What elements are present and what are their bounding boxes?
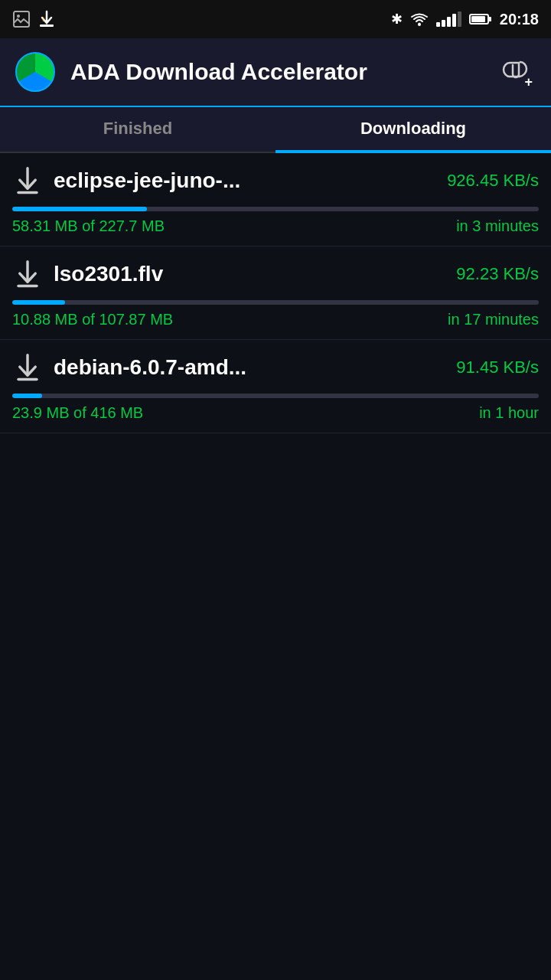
download-speed-2: 92.23 KB/s <box>456 264 539 284</box>
download-list: eclipse-jee-juno-... 926.45 KB/s 58.31 M… <box>0 153 551 433</box>
svg-rect-7 <box>471 16 485 22</box>
svg-rect-9 <box>17 285 37 287</box>
download-item-3-footer: 23.9 MB of 416 MB in 1 hour <box>12 404 539 422</box>
download-item-3[interactable]: debian-6.0.7-amd... 91.45 KB/s 23.9 MB o… <box>0 340 551 433</box>
svg-point-1 <box>17 15 20 18</box>
download-filename-2: lso2301.flv <box>54 262 447 286</box>
plus-icon: + <box>524 74 533 90</box>
download-item-3-header: debian-6.0.7-amd... 91.45 KB/s <box>12 352 539 383</box>
download-arrow-2 <box>12 259 43 289</box>
progress-fill-3 <box>12 394 42 398</box>
download-size-3: 23.9 MB of 416 MB <box>12 404 143 422</box>
download-item-2[interactable]: lso2301.flv 92.23 KB/s 10.88 MB of 107.8… <box>0 247 551 340</box>
download-eta-2: in 17 minutes <box>448 311 539 328</box>
download-item-2-header: lso2301.flv 92.23 KB/s <box>12 259 539 289</box>
gallery-icon <box>12 10 31 28</box>
status-bar: ↕ ✱ 20:18 <box>0 0 551 38</box>
download-item-1-header: eclipse-jee-juno-... 926.45 KB/s <box>12 165 539 196</box>
signal-bars <box>436 11 461 27</box>
svg-point-4 <box>418 23 421 26</box>
svg-rect-8 <box>17 191 37 194</box>
status-time: 20:18 <box>500 11 539 28</box>
progress-fill-1 <box>12 207 147 211</box>
tab-bar: Finished Downloading <box>0 107 551 153</box>
download-item-1-footer: 58.31 MB of 227.7 MB in 3 minutes <box>12 217 539 235</box>
download-filename-1: eclipse-jee-juno-... <box>54 168 438 193</box>
app-title: ADA Download Accelerator <box>70 59 496 85</box>
app-bar: ADA Download Accelerator + <box>0 38 551 107</box>
download-item-2-footer: 10.88 MB of 107.87 MB in 17 minutes <box>12 311 539 328</box>
download-speed-3: 91.45 KB/s <box>456 358 539 377</box>
download-speed-1: 926.45 KB/s <box>447 171 539 191</box>
download-arrow-3 <box>12 352 43 383</box>
tab-finished[interactable]: Finished <box>0 107 276 152</box>
download-eta-1: in 3 minutes <box>456 217 539 235</box>
download-size-1: 58.31 MB of 227.7 MB <box>12 217 165 235</box>
download-eta-3: in 1 hour <box>479 404 539 422</box>
app-logo <box>15 52 55 92</box>
wifi-icon <box>410 11 429 27</box>
download-item-1[interactable]: eclipse-jee-juno-... 926.45 KB/s 58.31 M… <box>0 153 551 247</box>
svg-rect-6 <box>488 17 491 21</box>
bluetooth-icon: ✱ <box>391 11 403 28</box>
status-bar-right: ✱ 20:18 <box>391 11 539 28</box>
svg-rect-10 <box>17 378 37 381</box>
progress-bar-3 <box>12 394 539 398</box>
svg-rect-0 <box>14 11 29 27</box>
download-notif-icon: ↕ <box>38 10 55 28</box>
svg-text:↕: ↕ <box>41 15 45 23</box>
progress-fill-2 <box>12 300 65 305</box>
status-bar-left: ↕ <box>12 10 55 28</box>
add-download-button[interactable]: + <box>496 50 536 95</box>
battery-icon <box>469 12 492 26</box>
svg-rect-2 <box>40 24 54 27</box>
download-size-2: 10.88 MB of 107.87 MB <box>12 311 173 328</box>
progress-bar-2 <box>12 300 539 305</box>
download-filename-3: debian-6.0.7-amd... <box>54 355 447 380</box>
tab-downloading[interactable]: Downloading <box>276 107 551 152</box>
download-arrow-1 <box>12 165 43 196</box>
progress-bar-1 <box>12 207 539 211</box>
